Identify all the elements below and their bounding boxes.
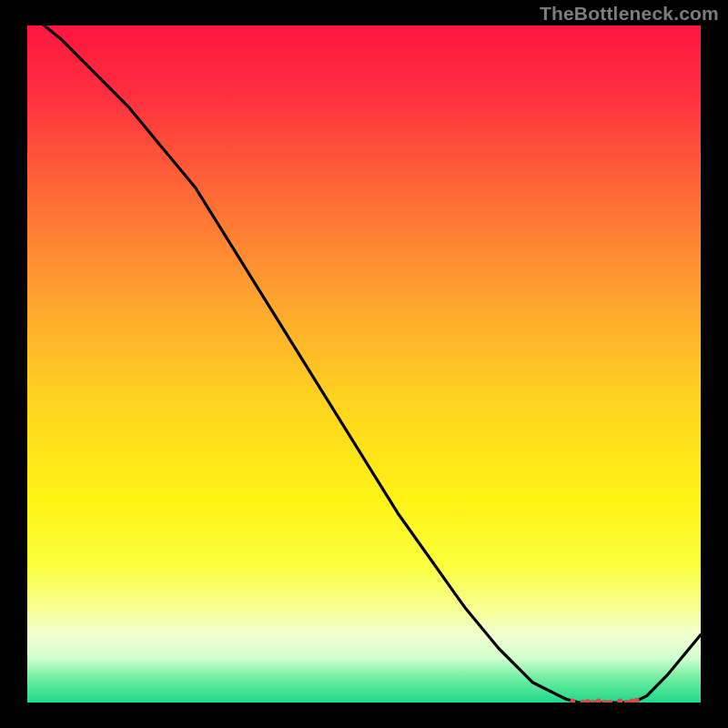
gradient-background xyxy=(27,25,701,703)
chart-frame: TheBottleneck.com xyxy=(0,0,728,728)
plot-area xyxy=(27,25,701,703)
chart-svg xyxy=(27,25,701,703)
watermark-text: TheBottleneck.com xyxy=(540,3,719,25)
